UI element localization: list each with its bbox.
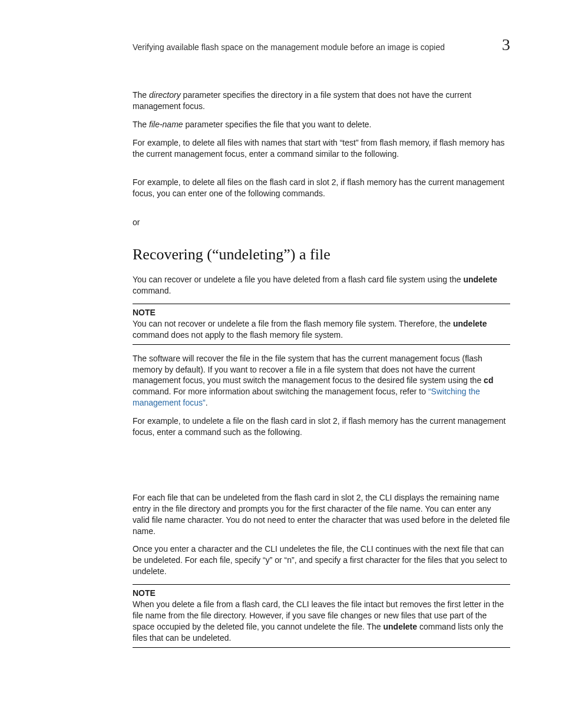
running-header: Verifying available flash space on the m…	[133, 35, 510, 54]
note-box-1: NOTE You can not recover or undelete a f…	[133, 304, 510, 345]
spacer	[133, 206, 510, 217]
note-label: NOTE	[133, 308, 510, 317]
note-body: You can not recover or undelete a file f…	[133, 318, 510, 341]
paragraph-or: or	[133, 217, 510, 228]
paragraph-example-delete-slot2: For example, to delete all files on the …	[133, 177, 510, 199]
paragraph-undelete-intro: You can recover or undelete a file you h…	[133, 274, 510, 297]
note-rule-bottom	[133, 647, 510, 648]
paragraph-undelete-prompt: For each file that can be undeleted from…	[133, 492, 510, 537]
paragraph-recover-focus: The software will recover the file in th…	[133, 353, 510, 409]
paragraph-example-undelete: For example, to undelete a file on the f…	[133, 416, 510, 438]
running-header-title: Verifying available flash space on the m…	[133, 42, 445, 52]
page-content: Verifying available flash space on the m…	[133, 35, 510, 656]
chapter-number: 3	[502, 35, 510, 54]
note-rule-top	[133, 304, 510, 304]
paragraph-directory-param: The directory parameter specifies the di…	[133, 90, 510, 112]
note-rule-bottom	[133, 344, 510, 345]
section-heading-recovering: Recovering (“undeleting”) a file	[133, 246, 510, 263]
note-label: NOTE	[133, 588, 510, 598]
note-body: When you delete a file from a flash card…	[133, 599, 510, 644]
paragraph-example-delete-test: For example, to delete all files with na…	[133, 137, 510, 160]
note-rule-top	[133, 584, 510, 585]
spacer	[133, 445, 510, 492]
note-box-2: NOTE When you delete a file from a flash…	[133, 584, 510, 648]
paragraph-undelete-continue: Once you enter a character and the CLI u…	[133, 543, 510, 577]
spacer	[133, 166, 510, 177]
paragraph-filename-param: The file-name parameter specifies the fi…	[133, 119, 510, 130]
